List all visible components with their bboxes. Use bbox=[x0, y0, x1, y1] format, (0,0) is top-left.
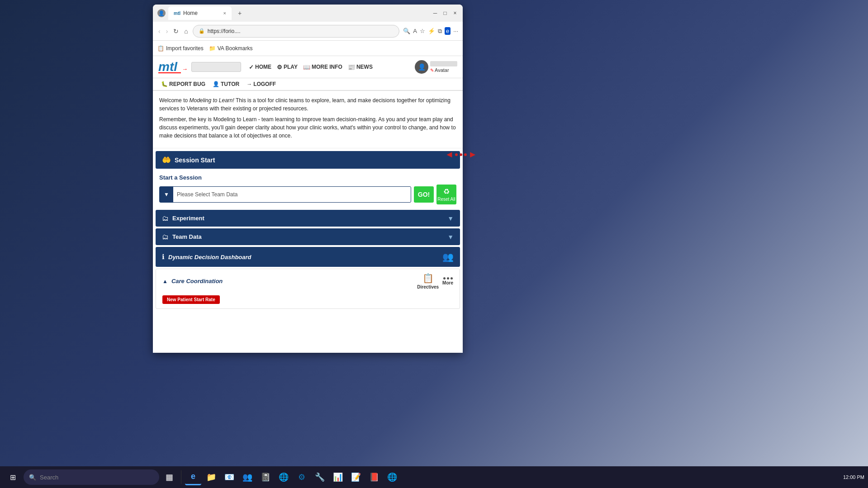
dropdown-arrow-button[interactable]: ▼ bbox=[160, 187, 173, 202]
nav-more-info[interactable]: 📖 MORE INFO bbox=[301, 63, 345, 71]
new-patient-start-rate-button[interactable]: New Patient Start Rate bbox=[162, 295, 220, 304]
experiment-panel[interactable]: 🗂 Experiment ▼ bbox=[156, 210, 460, 227]
team-data-arrow-icon: ▼ bbox=[447, 233, 454, 241]
nav-tutor[interactable]: 👤 TUTOR bbox=[210, 80, 242, 88]
directives-label: Directives bbox=[417, 284, 439, 289]
taskbar-acrobat[interactable]: 📕 bbox=[366, 469, 382, 485]
tab-close-button[interactable]: × bbox=[223, 10, 226, 16]
window-profile-icon: 👤 bbox=[157, 9, 166, 17]
experiment-icon: 🗂 bbox=[162, 214, 169, 222]
start-session-label: Start a Session bbox=[153, 171, 463, 183]
forward-button[interactable]: › bbox=[165, 27, 169, 36]
avatar: 👤 bbox=[415, 60, 428, 74]
url-bar[interactable]: 🔒 https://forio.... bbox=[193, 25, 399, 38]
taskbar-slides[interactable]: 📊 bbox=[330, 469, 346, 485]
new-tab-button[interactable]: + bbox=[234, 8, 245, 19]
experiment-title: Experiment bbox=[172, 215, 444, 222]
search-icon[interactable]: 🔍 bbox=[403, 28, 410, 34]
avatar-icon: 👤 bbox=[418, 63, 426, 71]
dropdown-arrow-icon: ▼ bbox=[164, 191, 169, 198]
user-search-input[interactable] bbox=[191, 62, 241, 72]
minimize-button[interactable]: ─ bbox=[432, 10, 438, 16]
care-coord-actions: 📋 Directives More bbox=[417, 273, 453, 289]
report-bug-label: REPORT BUG bbox=[169, 81, 205, 87]
taskbar-edge[interactable]: e bbox=[185, 469, 201, 485]
taskbar-chrome[interactable]: 🌐 bbox=[275, 469, 292, 485]
outlook-icon: 📧 bbox=[224, 472, 234, 482]
edge2-icon: ⚙ bbox=[298, 472, 305, 482]
maximize-button[interactable]: □ bbox=[442, 10, 448, 16]
taskbar-github[interactable]: 🔧 bbox=[312, 469, 328, 485]
book-icon: 📖 bbox=[303, 64, 310, 71]
va-bookmarks-bookmark[interactable]: 📁 VA Bookmarks bbox=[209, 45, 253, 52]
app-nav2: 🐛 REPORT BUG 👤 TUTOR → LOGOFF bbox=[153, 78, 463, 91]
import-favorites-bookmark[interactable]: 📋 Import favorites bbox=[157, 45, 204, 52]
welcome-section: Welcome to Modeling to Learn! This is a … bbox=[153, 91, 463, 148]
taskbar-explorer[interactable]: 📁 bbox=[203, 469, 219, 485]
nav-play[interactable]: ⚙ PLAY bbox=[275, 63, 300, 71]
taskbar-outlook[interactable]: 📧 bbox=[221, 469, 237, 485]
session-start-title: Session Start bbox=[175, 156, 215, 164]
window-controls: ─ □ × bbox=[432, 10, 458, 16]
more-options-icon[interactable]: ··· bbox=[453, 28, 458, 34]
ddd-panel[interactable]: ℹ Dynamic Decision Dashboard 👥 bbox=[156, 247, 460, 267]
nav-report-bug[interactable]: 🐛 REPORT BUG bbox=[158, 80, 208, 88]
dropdown-row: ▼ Please Select Team Data GO! ♻ Reset Al… bbox=[153, 183, 463, 206]
directives-icon: 📋 bbox=[422, 273, 434, 284]
browser2-icon: 🌐 bbox=[387, 472, 397, 482]
taskbar-word[interactable]: 📝 bbox=[348, 469, 364, 485]
care-coord-toggle[interactable]: ▲ bbox=[162, 278, 168, 284]
ddd-title: Dynamic Decision Dashboard bbox=[168, 254, 439, 261]
scroll-indicator: ◄ ► bbox=[445, 149, 477, 160]
team-data-dropdown[interactable]: ▼ Please Select Team Data bbox=[159, 186, 411, 203]
taskbar-search[interactable]: 🔍 Search bbox=[24, 469, 159, 485]
extensions-icon[interactable]: ⚡ bbox=[428, 28, 435, 34]
reset-icon: ♻ bbox=[443, 187, 450, 196]
nav-more-info-label: MORE INFO bbox=[312, 64, 342, 70]
dot2 bbox=[447, 277, 449, 280]
taskbar-onenote[interactable]: 📓 bbox=[257, 469, 274, 485]
home-button[interactable]: ⌂ bbox=[183, 27, 189, 36]
tab-favicon: mtl bbox=[174, 11, 180, 16]
close-window-button[interactable]: × bbox=[452, 10, 458, 16]
browser-window: 👤 mtl Home × + ─ □ × ‹ › ↻ ⌂ 🔒 bbox=[153, 5, 463, 353]
scroll-dot-1 bbox=[455, 153, 458, 156]
refresh-button[interactable]: ↻ bbox=[172, 27, 180, 36]
more-button[interactable]: More bbox=[442, 277, 453, 285]
teams-icon: 👥 bbox=[242, 472, 252, 482]
taskbar-teams[interactable]: 👥 bbox=[239, 469, 256, 485]
ddd-user-icon: 👥 bbox=[442, 251, 454, 262]
go-button[interactable]: GO! bbox=[414, 186, 434, 203]
reset-all-button[interactable]: ♻ Reset All bbox=[436, 185, 456, 204]
scroll-left-arrow[interactable]: ◄ bbox=[445, 149, 454, 160]
nav-logoff[interactable]: → LOGOFF bbox=[244, 80, 279, 88]
read-aloud-icon[interactable]: A bbox=[413, 28, 417, 34]
back-button[interactable]: ‹ bbox=[157, 27, 161, 36]
split-icon[interactable]: ⧉ bbox=[438, 28, 442, 35]
nav-links: ✓ HOME ⚙ PLAY 📖 MORE INFO 📰 NEWS bbox=[247, 63, 413, 71]
taskbar-browser2[interactable]: 🌐 bbox=[384, 469, 400, 485]
nav-news[interactable]: 📰 NEWS bbox=[346, 63, 375, 71]
tutor-icon: 👤 bbox=[213, 81, 219, 87]
directives-button[interactable]: 📋 Directives bbox=[417, 273, 439, 289]
browser-tab[interactable]: mtl Home × bbox=[168, 6, 232, 20]
taskbar-task-view[interactable]: ▦ bbox=[161, 469, 177, 485]
care-coord-header: ▲ Care Coordination 📋 Directives bbox=[156, 269, 460, 293]
chrome-icon: 🌐 bbox=[279, 472, 289, 482]
team-data-panel[interactable]: 🗂 Team Data ▼ bbox=[156, 228, 460, 245]
start-button[interactable]: ⊞ bbox=[4, 468, 22, 486]
avatar-edit-icon[interactable]: ✎ bbox=[430, 68, 434, 73]
team-data-title: Team Data bbox=[172, 233, 444, 240]
care-coord-title: Care Coordination bbox=[171, 278, 413, 284]
import-label: Import favorites bbox=[166, 45, 204, 52]
taskbar: ⊞ 🔍 Search ▦ e 📁 📧 👥 📓 🌐 ⚙ bbox=[0, 466, 868, 488]
username-placeholder bbox=[430, 61, 457, 66]
news-icon: 📰 bbox=[348, 64, 355, 71]
nav-home[interactable]: ✓ HOME bbox=[247, 63, 274, 71]
logoff-label: LOGOFF bbox=[253, 81, 276, 87]
address-actions: 🔍 A ☆ ⚡ ⧉ e ··· bbox=[403, 27, 458, 35]
scroll-right-arrow[interactable]: ► bbox=[468, 149, 477, 160]
taskbar-edge2[interactable]: ⚙ bbox=[294, 469, 310, 485]
import-icon: 📋 bbox=[157, 45, 164, 52]
bookmark-icon[interactable]: ☆ bbox=[420, 28, 425, 34]
